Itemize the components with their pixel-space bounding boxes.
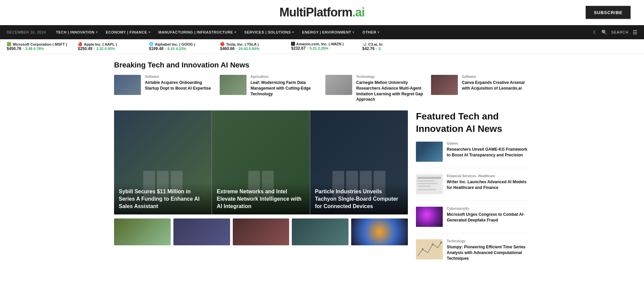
sidebar-article-image bbox=[416, 207, 443, 227]
site-logo[interactable]: MultiPlatform.ai bbox=[279, 5, 365, 19]
nav-item-tech[interactable]: TECH | INNOVATION ▾ bbox=[53, 25, 101, 39]
sidebar-article-title: Writer Inc. Launches Advanced AI Models … bbox=[447, 179, 530, 191]
article-category: Games bbox=[447, 142, 458, 145]
logo-text: MultiPlatform bbox=[279, 5, 352, 19]
menu-icon[interactable]: ☰ bbox=[633, 29, 637, 36]
tsla-icon: 🔴 bbox=[220, 42, 225, 46]
news-card-title: Airtable Acquires Onboarding Startup Dop… bbox=[145, 80, 213, 91]
moon-icon[interactable]: ☾ bbox=[593, 30, 597, 35]
nav-item-manufacturing[interactable]: MANUFACTURING | INFRASTRUCTURE ▾ bbox=[155, 25, 239, 39]
main-content: Sybill Secures $11 Million in Series A F… bbox=[107, 110, 537, 280]
ticker-item[interactable]: 🍎 Apple Inc. ( AAPL ) $250.45 ↑ 2.32 0.9… bbox=[78, 42, 138, 51]
news-card-title: Carnegie Mellon University Researchers A… bbox=[356, 80, 424, 102]
amzn-icon: 🅰 bbox=[291, 42, 295, 46]
ticker-bar: 🟩 Microsoft Corporation ( MSFT ) $450.76… bbox=[0, 39, 644, 54]
chevron-down-icon: ▾ bbox=[96, 31, 98, 34]
slide-overlay: Particle Industries Unveils Tachyon Sing… bbox=[310, 183, 408, 214]
nav-item-economy[interactable]: ECONOMY | FINANCE ▾ bbox=[102, 25, 154, 39]
thumbnail-5[interactable] bbox=[351, 218, 408, 245]
news-cards-row: Software Airtable Acquires Onboarding St… bbox=[114, 75, 530, 102]
aapl-icon: 🍎 bbox=[78, 42, 83, 46]
c3ai-icon: 📊 bbox=[362, 42, 367, 46]
sidebar-article-content: Games Researchers Unveil GAME-KG Framewo… bbox=[447, 142, 530, 158]
news-card-category: Technology bbox=[356, 75, 424, 79]
subscribe-button[interactable]: SUBSCRIBE bbox=[586, 6, 631, 19]
news-card-3[interactable]: Software Canva Expands Creative Arsenal … bbox=[431, 75, 530, 102]
news-card-title: Leaf: Modernizing Farm Data Management w… bbox=[251, 80, 319, 97]
slide-overlay: Extreme Networks and Intel Elevate Netwo… bbox=[212, 183, 310, 214]
ticker-item[interactable]: 🟩 Microsoft Corporation ( MSFT ) $450.76… bbox=[7, 42, 67, 51]
featured-slider: Sybill Secures $11 Million in Series A F… bbox=[114, 110, 408, 214]
svg-rect-3 bbox=[418, 183, 438, 184]
sidebar-article-1[interactable]: Financial Services Healthcare Writer Inc… bbox=[416, 174, 530, 201]
ticker-item[interactable]: 🔴 Tesla, Inc. ( TSLA ) $460.66 ↑ 24.43 5… bbox=[220, 42, 280, 51]
main-left: Sybill Secures $11 Million in Series A F… bbox=[114, 110, 408, 273]
thumbnail-2[interactable] bbox=[173, 218, 230, 245]
svg-point-7 bbox=[422, 248, 424, 250]
article-category: Financial Services bbox=[447, 174, 476, 178]
nav-item-services[interactable]: SERVICES | SOLUTIONS ▾ bbox=[241, 25, 297, 39]
svg-rect-2 bbox=[418, 180, 434, 182]
slide-title: Particle Industries Unveils Tachyon Sing… bbox=[315, 188, 403, 210]
chevron-down-icon: ▾ bbox=[234, 31, 236, 34]
svg-rect-4 bbox=[418, 186, 431, 187]
goog-icon: 🌐 bbox=[149, 42, 154, 46]
news-card-category: Agriculture bbox=[251, 75, 319, 79]
sidebar-article-content: Cybersecurity Microsoft Urges Congress t… bbox=[447, 207, 530, 223]
ticker-item[interactable]: 🌐 Alphabet Inc. ( GOOG ) $199.48 ↑ 8.10 … bbox=[149, 42, 209, 51]
news-card-0[interactable]: Software Airtable Acquires Onboarding St… bbox=[114, 75, 213, 102]
nav-date: DECEMBER 16, 2024 bbox=[7, 30, 46, 34]
featured-sidebar: Featured Tech and Innovation AI News Gam… bbox=[416, 110, 530, 273]
breaking-news-title: Breaking Tech and Innovation AI News bbox=[114, 61, 530, 69]
nav-item-energy[interactable]: ENERGY | ENVIRONMENT ▾ bbox=[299, 25, 358, 39]
sidebar-article-title: Microsoft Urges Congress to Combat AI-Ge… bbox=[447, 212, 530, 223]
thumbnail-4[interactable] bbox=[292, 218, 348, 245]
sidebar-article-title: Researchers Unveil GAME-KG Framework to … bbox=[447, 147, 530, 158]
sidebar-article-2[interactable]: Cybersecurity Microsoft Urges Congress t… bbox=[416, 207, 530, 233]
slide-title: Sybill Secures $11 Million in Series A F… bbox=[119, 188, 207, 210]
search-label[interactable]: SEARCH bbox=[611, 30, 629, 34]
sidebar-article-title: Stumpy: Pioneering Efficient Time Series… bbox=[447, 244, 530, 261]
nav-item-other[interactable]: OTHER ▾ bbox=[359, 25, 383, 39]
news-card-category: Software bbox=[462, 75, 530, 79]
thumbnail-3[interactable] bbox=[233, 218, 289, 245]
thumbnail-1[interactable] bbox=[114, 218, 171, 245]
search-icon[interactable]: 🔍 bbox=[601, 30, 607, 35]
news-card-content: Software Canva Expands Creative Arsenal … bbox=[462, 75, 530, 91]
chevron-down-icon: ▾ bbox=[353, 31, 355, 34]
ticker-item[interactable]: 📊 C3.ai, In $42.76 ↑ 3. bbox=[362, 42, 423, 51]
news-card-1[interactable]: Agriculture Leaf: Modernizing Farm Data … bbox=[220, 75, 319, 102]
article-category: Healthcare bbox=[478, 174, 495, 178]
svg-rect-5 bbox=[418, 189, 436, 190]
news-card-image bbox=[325, 75, 352, 95]
svg-point-8 bbox=[432, 243, 434, 245]
news-card-content: Software Airtable Acquires Onboarding St… bbox=[145, 75, 213, 91]
sidebar-article-image bbox=[416, 174, 443, 194]
slide-title: Extreme Networks and Intel Elevate Netwo… bbox=[217, 188, 305, 210]
slide-2[interactable]: Extreme Networks and Intel Elevate Netwo… bbox=[212, 110, 310, 214]
slide-3[interactable]: Particle Industries Unveils Tachyon Sing… bbox=[310, 110, 408, 214]
svg-point-9 bbox=[440, 242, 442, 244]
main-nav: DECEMBER 16, 2024 TECH | INNOVATION ▾ EC… bbox=[0, 25, 644, 39]
article-category: Cybersecurity bbox=[447, 207, 469, 210]
news-card-image bbox=[220, 75, 247, 95]
sidebar-article-0[interactable]: Games Researchers Unveil GAME-KG Framewo… bbox=[416, 142, 530, 168]
svg-rect-1 bbox=[418, 177, 441, 179]
breaking-news-section: Breaking Tech and Innovation AI News Sof… bbox=[107, 54, 537, 102]
logo-dot: .ai bbox=[352, 5, 365, 19]
chevron-down-icon: ▾ bbox=[149, 31, 151, 34]
news-card-content: Technology Carnegie Mellon University Re… bbox=[356, 75, 424, 102]
chevron-down-icon: ▾ bbox=[378, 31, 380, 34]
news-card-content: Agriculture Leaf: Modernizing Farm Data … bbox=[251, 75, 319, 97]
news-card-2[interactable]: Technology Carnegie Mellon University Re… bbox=[325, 75, 424, 102]
ticker-item[interactable]: 🅰 Amazon.com, Inc. ( AMZN ) $232.67 ↑ 5.… bbox=[291, 42, 352, 51]
msft-icon: 🟩 bbox=[7, 42, 11, 46]
sidebar-article-content: Financial Services Healthcare Writer Inc… bbox=[447, 174, 530, 191]
sidebar-article-content: Technology Stumpy: Pioneering Efficient … bbox=[447, 239, 530, 261]
slide-1[interactable]: Sybill Secures $11 Million in Series A F… bbox=[114, 110, 212, 214]
sidebar-article-3[interactable]: Technology Stumpy: Pioneering Efficient … bbox=[416, 239, 530, 267]
nav-right: ☾ 🔍 SEARCH ☰ bbox=[593, 29, 637, 36]
news-card-title: Canva Expands Creative Arsenal with Acqu… bbox=[462, 80, 530, 91]
chevron-down-icon: ▾ bbox=[292, 31, 294, 34]
sidebar-title: Featured Tech and Innovation AI News bbox=[416, 110, 530, 135]
